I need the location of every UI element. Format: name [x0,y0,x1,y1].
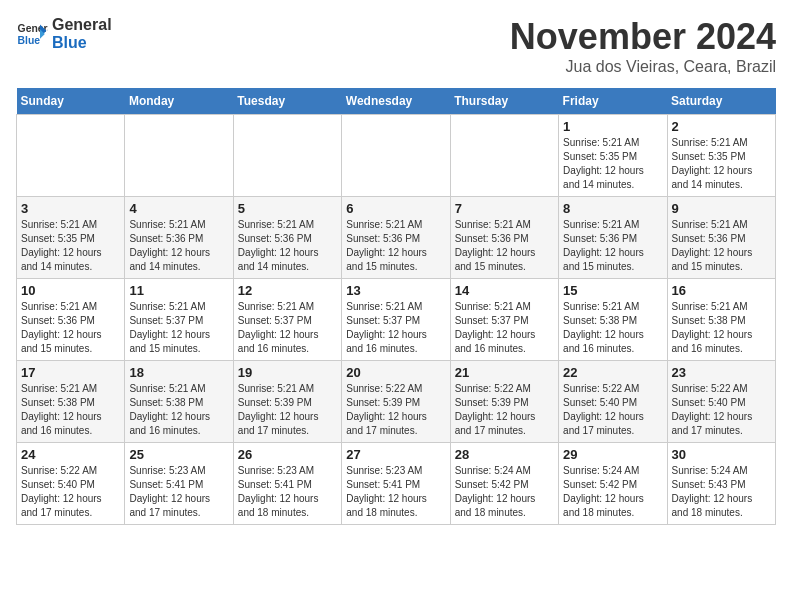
calendar-cell: 19Sunrise: 5:21 AM Sunset: 5:39 PM Dayli… [233,361,341,443]
day-info: Sunrise: 5:21 AM Sunset: 5:36 PM Dayligh… [129,218,228,274]
day-number: 26 [238,447,337,462]
day-number: 21 [455,365,554,380]
day-number: 22 [563,365,662,380]
logo: General Blue General Blue [16,16,112,52]
week-row-5: 24Sunrise: 5:22 AM Sunset: 5:40 PM Dayli… [17,443,776,525]
day-number: 18 [129,365,228,380]
day-number: 12 [238,283,337,298]
calendar-cell [342,115,450,197]
day-number: 11 [129,283,228,298]
logo-icon: General Blue [16,18,48,50]
day-number: 19 [238,365,337,380]
week-row-3: 10Sunrise: 5:21 AM Sunset: 5:36 PM Dayli… [17,279,776,361]
day-number: 13 [346,283,445,298]
day-info: Sunrise: 5:21 AM Sunset: 5:36 PM Dayligh… [563,218,662,274]
day-number: 4 [129,201,228,216]
day-info: Sunrise: 5:23 AM Sunset: 5:41 PM Dayligh… [346,464,445,520]
day-number: 14 [455,283,554,298]
day-info: Sunrise: 5:21 AM Sunset: 5:36 PM Dayligh… [672,218,771,274]
day-number: 1 [563,119,662,134]
calendar-cell: 17Sunrise: 5:21 AM Sunset: 5:38 PM Dayli… [17,361,125,443]
day-info: Sunrise: 5:21 AM Sunset: 5:35 PM Dayligh… [21,218,120,274]
header-day-wednesday: Wednesday [342,88,450,115]
day-number: 29 [563,447,662,462]
calendar-cell [17,115,125,197]
day-info: Sunrise: 5:21 AM Sunset: 5:37 PM Dayligh… [455,300,554,356]
day-info: Sunrise: 5:24 AM Sunset: 5:43 PM Dayligh… [672,464,771,520]
week-row-2: 3Sunrise: 5:21 AM Sunset: 5:35 PM Daylig… [17,197,776,279]
calendar-cell: 11Sunrise: 5:21 AM Sunset: 5:37 PM Dayli… [125,279,233,361]
calendar-cell: 3Sunrise: 5:21 AM Sunset: 5:35 PM Daylig… [17,197,125,279]
calendar-cell: 2Sunrise: 5:21 AM Sunset: 5:35 PM Daylig… [667,115,775,197]
header-area: General Blue General Blue November 2024 … [16,16,776,76]
calendar-cell: 4Sunrise: 5:21 AM Sunset: 5:36 PM Daylig… [125,197,233,279]
day-number: 2 [672,119,771,134]
day-info: Sunrise: 5:21 AM Sunset: 5:38 PM Dayligh… [129,382,228,438]
day-number: 5 [238,201,337,216]
calendar-cell: 20Sunrise: 5:22 AM Sunset: 5:39 PM Dayli… [342,361,450,443]
day-info: Sunrise: 5:21 AM Sunset: 5:38 PM Dayligh… [21,382,120,438]
calendar-cell: 9Sunrise: 5:21 AM Sunset: 5:36 PM Daylig… [667,197,775,279]
calendar-cell: 24Sunrise: 5:22 AM Sunset: 5:40 PM Dayli… [17,443,125,525]
day-info: Sunrise: 5:21 AM Sunset: 5:36 PM Dayligh… [455,218,554,274]
calendar-cell: 5Sunrise: 5:21 AM Sunset: 5:36 PM Daylig… [233,197,341,279]
day-number: 9 [672,201,771,216]
week-row-4: 17Sunrise: 5:21 AM Sunset: 5:38 PM Dayli… [17,361,776,443]
calendar-cell: 26Sunrise: 5:23 AM Sunset: 5:41 PM Dayli… [233,443,341,525]
logo-blue: Blue [52,34,112,52]
day-info: Sunrise: 5:24 AM Sunset: 5:42 PM Dayligh… [563,464,662,520]
day-info: Sunrise: 5:21 AM Sunset: 5:38 PM Dayligh… [672,300,771,356]
calendar-cell: 6Sunrise: 5:21 AM Sunset: 5:36 PM Daylig… [342,197,450,279]
calendar-cell: 22Sunrise: 5:22 AM Sunset: 5:40 PM Dayli… [559,361,667,443]
day-info: Sunrise: 5:24 AM Sunset: 5:42 PM Dayligh… [455,464,554,520]
day-info: Sunrise: 5:21 AM Sunset: 5:38 PM Dayligh… [563,300,662,356]
day-number: 17 [21,365,120,380]
header-day-saturday: Saturday [667,88,775,115]
day-info: Sunrise: 5:21 AM Sunset: 5:37 PM Dayligh… [346,300,445,356]
day-info: Sunrise: 5:22 AM Sunset: 5:40 PM Dayligh… [672,382,771,438]
calendar-cell [125,115,233,197]
day-info: Sunrise: 5:21 AM Sunset: 5:39 PM Dayligh… [238,382,337,438]
calendar-cell: 30Sunrise: 5:24 AM Sunset: 5:43 PM Dayli… [667,443,775,525]
day-info: Sunrise: 5:23 AM Sunset: 5:41 PM Dayligh… [238,464,337,520]
calendar-cell: 16Sunrise: 5:21 AM Sunset: 5:38 PM Dayli… [667,279,775,361]
day-info: Sunrise: 5:22 AM Sunset: 5:40 PM Dayligh… [21,464,120,520]
calendar-cell: 27Sunrise: 5:23 AM Sunset: 5:41 PM Dayli… [342,443,450,525]
day-number: 20 [346,365,445,380]
header-day-friday: Friday [559,88,667,115]
calendar-cell: 12Sunrise: 5:21 AM Sunset: 5:37 PM Dayli… [233,279,341,361]
day-number: 16 [672,283,771,298]
day-info: Sunrise: 5:21 AM Sunset: 5:37 PM Dayligh… [129,300,228,356]
day-number: 25 [129,447,228,462]
calendar-cell: 21Sunrise: 5:22 AM Sunset: 5:39 PM Dayli… [450,361,558,443]
calendar-cell: 1Sunrise: 5:21 AM Sunset: 5:35 PM Daylig… [559,115,667,197]
day-info: Sunrise: 5:21 AM Sunset: 5:35 PM Dayligh… [672,136,771,192]
header-day-sunday: Sunday [17,88,125,115]
day-info: Sunrise: 5:23 AM Sunset: 5:41 PM Dayligh… [129,464,228,520]
day-number: 8 [563,201,662,216]
calendar-cell: 13Sunrise: 5:21 AM Sunset: 5:37 PM Dayli… [342,279,450,361]
header-day-thursday: Thursday [450,88,558,115]
day-info: Sunrise: 5:21 AM Sunset: 5:36 PM Dayligh… [238,218,337,274]
day-info: Sunrise: 5:21 AM Sunset: 5:36 PM Dayligh… [346,218,445,274]
day-info: Sunrise: 5:21 AM Sunset: 5:35 PM Dayligh… [563,136,662,192]
day-number: 15 [563,283,662,298]
day-info: Sunrise: 5:21 AM Sunset: 5:36 PM Dayligh… [21,300,120,356]
day-info: Sunrise: 5:22 AM Sunset: 5:40 PM Dayligh… [563,382,662,438]
calendar-cell: 29Sunrise: 5:24 AM Sunset: 5:42 PM Dayli… [559,443,667,525]
week-row-1: 1Sunrise: 5:21 AM Sunset: 5:35 PM Daylig… [17,115,776,197]
header-day-tuesday: Tuesday [233,88,341,115]
svg-text:Blue: Blue [18,35,41,46]
day-info: Sunrise: 5:21 AM Sunset: 5:37 PM Dayligh… [238,300,337,356]
day-number: 7 [455,201,554,216]
title-area: November 2024 Jua dos Vieiras, Ceara, Br… [510,16,776,76]
calendar-cell: 10Sunrise: 5:21 AM Sunset: 5:36 PM Dayli… [17,279,125,361]
calendar-cell: 28Sunrise: 5:24 AM Sunset: 5:42 PM Dayli… [450,443,558,525]
calendar-cell [233,115,341,197]
calendar-cell: 15Sunrise: 5:21 AM Sunset: 5:38 PM Dayli… [559,279,667,361]
day-number: 27 [346,447,445,462]
month-title: November 2024 [510,16,776,58]
day-number: 23 [672,365,771,380]
day-number: 30 [672,447,771,462]
header-row: SundayMondayTuesdayWednesdayThursdayFrid… [17,88,776,115]
